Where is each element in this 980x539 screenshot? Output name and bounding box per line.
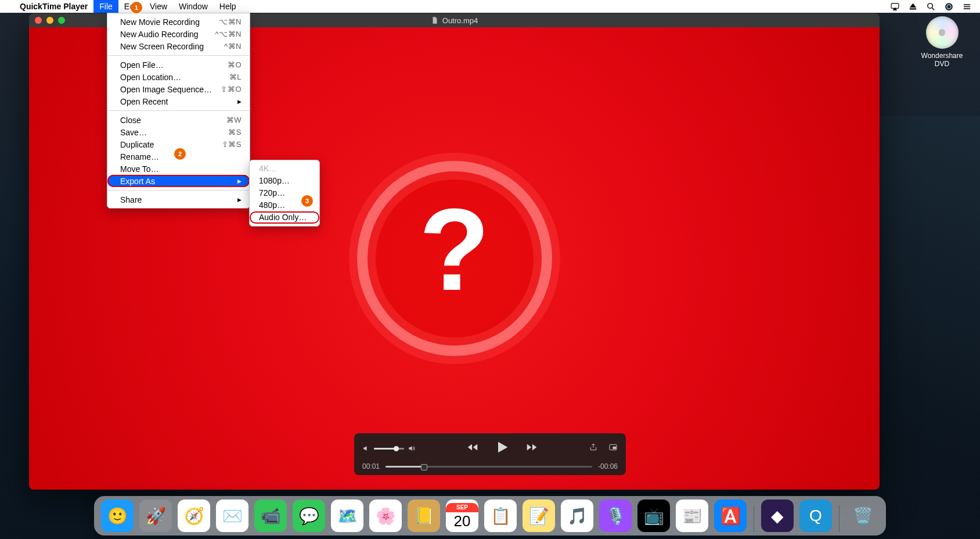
- menu-item-open-location[interactable]: Open Location…⌘L: [107, 71, 250, 83]
- menu-item-label: Export As: [120, 176, 234, 186]
- menu-item-open-recent[interactable]: Open Recent: [107, 95, 250, 107]
- volume-control[interactable]: [362, 444, 416, 452]
- annotation-3: 3: [301, 195, 313, 207]
- control-center-icon[interactable]: [962, 2, 972, 12]
- menu-file[interactable]: File: [93, 0, 118, 13]
- desktop-item-dvd[interactable]: Wondershare DVD: [914, 16, 970, 68]
- dock-messages[interactable]: 💬: [293, 500, 325, 532]
- submenu-item-1080p[interactable]: 1080p…: [250, 175, 319, 187]
- dock-finder[interactable]: 🙂: [101, 500, 134, 532]
- desktop-item-label: Wondershare DVD: [914, 52, 970, 68]
- annotation-2: 2: [174, 148, 186, 160]
- menu-help[interactable]: Help: [214, 0, 242, 13]
- menu-item-new-movie-recording[interactable]: New Movie Recording⌥⌘N: [107, 16, 250, 28]
- search-icon[interactable]: [926, 2, 936, 12]
- annotation-1: 1: [131, 2, 142, 13]
- menu-item-label: Save…: [120, 127, 228, 138]
- dock-podcasts[interactable]: 🎙️: [599, 500, 632, 532]
- svg-rect-1: [910, 8, 916, 9]
- menu-item-close[interactable]: Close⌘W: [107, 114, 250, 126]
- menu-item-label: Open File…: [120, 60, 228, 70]
- dock-launchpad[interactable]: 🚀: [139, 500, 172, 532]
- dock-trash[interactable]: 🗑️: [846, 500, 879, 532]
- export-as-submenu: 4K…1080p…720p…480p…Audio Only…: [249, 160, 320, 227]
- menu-item-label: Open Recent: [120, 96, 234, 107]
- file-menu-dropdown: New Movie Recording⌥⌘NNew Audio Recordin…: [107, 13, 250, 209]
- app-name[interactable]: QuickTime Player: [14, 2, 93, 11]
- menu-item-shortcut: ⌘S: [228, 127, 242, 138]
- scrubber[interactable]: [385, 466, 592, 468]
- dock-facetime[interactable]: 📹: [254, 500, 287, 532]
- menu-item-label: Close: [120, 115, 226, 125]
- dvd-icon: [926, 16, 959, 49]
- rewind-button[interactable]: [466, 441, 479, 456]
- pip-button[interactable]: [608, 443, 618, 454]
- airplay-icon[interactable]: [890, 2, 900, 12]
- play-button[interactable]: [494, 439, 510, 458]
- menubar: QuickTime Player File Edit View Window H…: [0, 0, 980, 13]
- dock-tv[interactable]: 📺: [637, 500, 670, 532]
- dock-notes[interactable]: 📝: [523, 500, 555, 532]
- menu-item-label: Duplicate: [120, 139, 222, 150]
- menu-item-new-screen-recording[interactable]: New Screen Recording^⌘N: [107, 40, 250, 52]
- dock-appstore[interactable]: 🅰️: [714, 500, 747, 532]
- menu-item-open-image-sequence[interactable]: Open Image Sequence…⇧⌘O: [107, 83, 250, 95]
- menu-item-save[interactable]: Save…⌘S: [107, 126, 250, 138]
- volume-slider[interactable]: [374, 448, 404, 450]
- dock-divider: [754, 505, 754, 532]
- menu-item-shortcut: ⇧⌘S: [222, 139, 242, 150]
- svg-point-2: [928, 3, 933, 8]
- volume-high-icon: [408, 444, 416, 452]
- remaining-time: -00:06: [598, 462, 618, 470]
- siri-icon[interactable]: [944, 2, 954, 12]
- svg-rect-6: [613, 447, 616, 448]
- menu-item-label: New Screen Recording: [120, 41, 224, 52]
- playback-controls: 00:01 -00:06: [354, 433, 626, 475]
- submenu-item-4k: 4K…: [250, 163, 319, 175]
- dock-photos[interactable]: 🌸: [369, 500, 402, 532]
- menu-item-shortcut: ^⌥⌘N: [215, 29, 242, 39]
- menu-item-shortcut: ⌥⌘N: [219, 17, 242, 27]
- menu-item-label: Share: [120, 195, 234, 205]
- menu-item-shortcut: ⌘L: [229, 72, 242, 82]
- menu-item-shortcut: ⌘O: [228, 60, 242, 70]
- dock-quicktime[interactable]: Q: [799, 500, 832, 532]
- svg-point-3: [945, 3, 953, 10]
- dock-music[interactable]: 🎵: [561, 500, 593, 532]
- menu-view[interactable]: View: [144, 0, 173, 13]
- dock-reminders[interactable]: 📋: [484, 500, 517, 532]
- menu-item-label: Open Location…: [120, 72, 229, 82]
- dock: 🙂🚀🧭✉️📹💬🗺️🌸📒SEP20📋📝🎵🎙️📺📰🅰️◆Q🗑️: [94, 496, 886, 536]
- dock-maps[interactable]: 🗺️: [331, 500, 363, 532]
- menu-item-label: New Movie Recording: [120, 17, 219, 27]
- dock-uniconv[interactable]: ◆: [761, 500, 794, 532]
- menu-item-new-audio-recording[interactable]: New Audio Recording^⌥⌘N: [107, 28, 250, 40]
- share-button[interactable]: [589, 443, 598, 454]
- dock-contacts[interactable]: 📒: [408, 500, 440, 532]
- menu-item-label: Open Image Sequence…: [120, 84, 221, 95]
- menu-item-move-to[interactable]: Move To…: [107, 163, 250, 175]
- menu-item-open-file[interactable]: Open File…⌘O: [107, 59, 250, 71]
- dock-calendar[interactable]: SEP20: [446, 500, 478, 532]
- menu-item-share[interactable]: Share: [107, 193, 250, 206]
- menu-item-label: New Audio Recording: [120, 29, 215, 39]
- video-graphic: [357, 161, 552, 356]
- dock-divider: [839, 505, 840, 532]
- question-mark-icon: [414, 206, 495, 311]
- volume-mute-icon: [362, 444, 370, 452]
- menu-item-shortcut: ⇧⌘O: [221, 84, 242, 95]
- menu-item-shortcut: ⌘W: [226, 115, 242, 125]
- menu-item-export-as[interactable]: Export As: [107, 175, 250, 187]
- dock-safari[interactable]: 🧭: [178, 500, 210, 532]
- forward-button[interactable]: [525, 441, 538, 456]
- menu-item-label: Move To…: [120, 164, 242, 174]
- menu-item-shortcut: ^⌘N: [224, 41, 242, 52]
- menu-window[interactable]: Window: [173, 0, 214, 13]
- eject-icon[interactable]: [908, 2, 918, 12]
- dock-mail[interactable]: ✉️: [216, 500, 248, 532]
- submenu-item-audio-only[interactable]: Audio Only…: [250, 211, 319, 224]
- document-icon: [431, 16, 439, 24]
- dock-news[interactable]: 📰: [676, 500, 708, 532]
- elapsed-time: 00:01: [362, 462, 380, 470]
